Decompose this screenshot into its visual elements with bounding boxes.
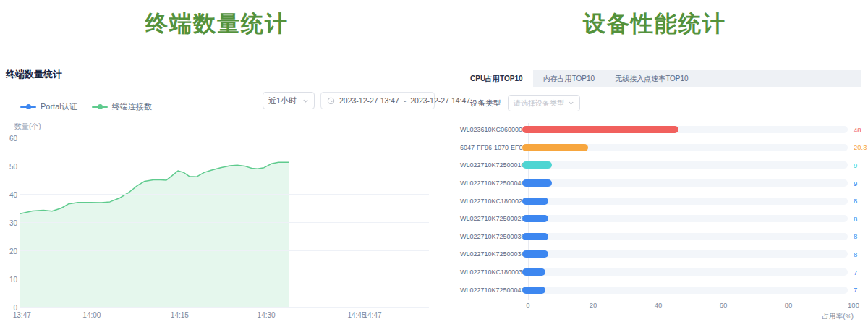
bar-fill[interactable] [522,233,548,240]
y-tick-label: 60 [1,135,17,143]
bar-value: 8 [854,215,857,223]
device-type-filter: 设备类型 请选择设备类型 [470,95,580,111]
bar-x-tick-label: 60 [720,301,728,309]
bar-track [522,179,848,187]
legend-line-dot-icon [20,106,36,108]
bar-fill[interactable] [522,215,548,222]
y-axis-title: 数量(个) [14,122,41,132]
chart-legend: Portal认证 终端连接数 [20,101,152,112]
gridline: 40 [20,194,429,195]
clock-icon [327,97,335,105]
bar-fill[interactable] [522,198,548,205]
device-type-label: 设备类型 [470,98,501,109]
bar-row: WL022710KC18000280 8 [460,192,861,210]
device-name-label: WL022710K725000369 [460,250,522,258]
legend-label: Portal认证 [41,101,77,112]
bar-x-tick-label: 80 [785,301,793,309]
x-tick-label: 13:47 [13,311,31,319]
bar-track [522,126,848,133]
legend-label: 终端连接数 [112,101,152,112]
bar-fill[interactable] [522,287,545,294]
performance-tabs: CPU占用TOP10 内存占用TOP10 无线接入点速率TOP10 [460,70,861,87]
terminal-count-area-chart: 数量(个) 010203040506013:4714:0014:1514:301… [6,122,434,326]
bar-value: 8 [854,232,857,240]
bar-fill[interactable] [522,161,552,169]
bar-x-tick-label: 0 [526,301,529,309]
chevron-down-icon [302,98,309,104]
bar-row: WL022710K725000102 9 [460,156,861,174]
y-tick-label: 50 [1,163,17,171]
bar-x-tick-label: 40 [655,301,663,309]
time-range-select[interactable]: 近1小时 [263,92,315,109]
y-tick-label: 10 [1,276,17,284]
bar-value: 7 [854,286,857,294]
bar-value: 7 [854,268,857,276]
bar-row: WL022710KC18000372 7 [460,263,861,282]
x-tick-label: 14:30 [258,311,276,319]
bar-track [522,268,848,276]
date-range-separator: - [404,97,406,105]
bar-fill[interactable] [522,144,588,151]
left-section-title: 终端数量统计 [0,9,434,39]
device-name-label: WL022710KC18000372 [460,268,522,276]
chevron-down-icon [568,100,574,106]
bar-row: WL022710K725000272 8 [460,210,861,228]
tab-wireless-rate-top10[interactable]: 无线接入点速率TOP10 [605,70,699,87]
gridline: 10 [20,279,429,279]
device-name-label: WL022710K725000272 [460,215,522,222]
legend-item-portal[interactable]: Portal认证 [20,101,77,112]
y-tick-label: 40 [1,191,17,199]
gridline: 20 [20,250,429,251]
gridline: 0 [20,307,429,308]
bar-row: WL022710K725000409 9 [460,174,861,192]
bar-value: 8 [854,250,857,258]
device-type-select[interactable]: 请选择设备类型 [508,95,580,111]
gridline: 30 [20,222,429,223]
tab-memory-top10[interactable]: 内存占用TOP10 [533,70,605,87]
bar-x-tick-label: 20 [590,301,597,309]
bar-track [522,144,848,151]
bar-fill[interactable] [522,268,545,276]
bar-row: WL022710K725000369 8 [460,245,861,263]
device-name-label: 6047-FF96-1070-EF0A [460,144,522,151]
date-range-picker[interactable]: 2023-12-27 13:47 - 2023-12-27 14:47 [320,92,435,109]
bar-value: 9 [854,179,857,187]
bar-track [522,215,848,222]
bar-row: WL023610KC06000043 48 [460,121,861,139]
bar-track [522,287,848,294]
date-range-start: 2023-12-27 13:47 [339,96,399,105]
x-tick-label: 14:00 [82,311,101,319]
tab-cpu-top10[interactable]: CPU占用TOP10 [460,70,533,87]
x-tick-label: 14:47 [364,311,382,319]
bar-value: 48 [854,126,861,134]
bar-row: WL022710K725000470 7 [460,281,861,299]
bar-chart-x-ticks: 020406080100 [528,301,854,310]
device-name-label: WL022710K725000307 [460,233,522,240]
device-type-placeholder: 请选择设备类型 [514,98,564,109]
bar-row: WL022710K725000307 8 [460,228,861,246]
bar-track [522,161,848,169]
device-name-label: WL022710K725000470 [460,287,522,294]
bar-chart-x-axis-label: 占用率(%) [528,312,854,321]
bar-track [522,250,848,258]
right-section-title: 设备性能统计 [448,9,861,39]
bar-fill[interactable] [522,179,552,187]
y-tick-label: 20 [1,248,17,255]
plot-area: 010203040506013:4714:0014:1514:3014:4514… [20,138,429,307]
bar-fill[interactable] [522,250,548,258]
legend-line-dot-icon [92,106,108,108]
bar-value: 8 [854,197,857,205]
legend-item-terminal-connections[interactable]: 终端连接数 [92,101,152,112]
bar-row: 6047-FF96-1070-EF0A 20.3 [460,139,861,157]
device-name-label: WL023610KC06000043 [460,126,522,133]
bar-value: 9 [854,161,857,169]
y-tick-label: 30 [1,219,17,227]
time-range-value: 近1小时 [268,96,297,106]
x-tick-label: 14:15 [171,311,189,319]
gridline: 60 [20,138,429,138]
device-name-label: WL022710K725000409 [460,179,522,187]
bar-x-tick-label: 100 [848,301,859,309]
bar-track [522,198,848,205]
cpu-top10-bar-chart: WL023610KC06000043 48 6047-FF96-1070-EF0… [460,121,861,299]
bar-fill[interactable] [522,126,678,133]
